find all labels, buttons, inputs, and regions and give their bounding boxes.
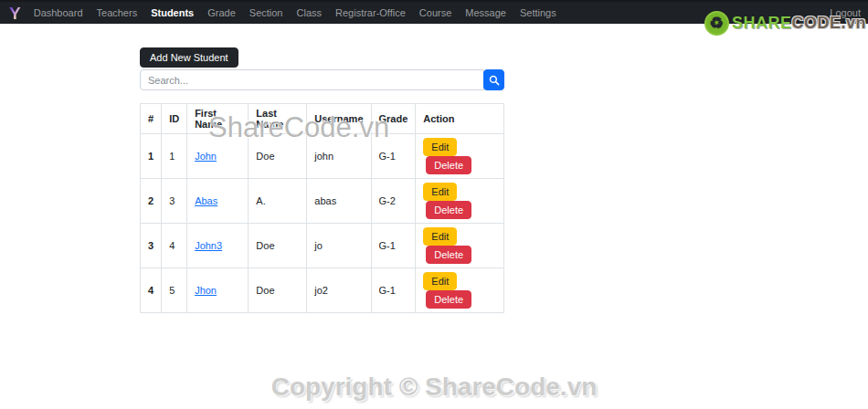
header-last-name: Last Name xyxy=(249,104,307,134)
page: Y Dashboard Teachers Students Grade Sect… xyxy=(0,0,868,409)
add-new-student-button[interactable]: Add New Student xyxy=(140,47,238,68)
edit-button[interactable]: Edit xyxy=(423,183,457,201)
header-grade: Grade xyxy=(371,104,416,134)
edit-button[interactable]: Edit xyxy=(423,138,457,156)
search-button[interactable] xyxy=(483,69,504,90)
student-grade: G-1 xyxy=(371,134,416,179)
nav-item-settings[interactable]: Settings xyxy=(520,7,556,18)
table-row: 4 5 Jhon Doe jo2 G-1 Edit Delete xyxy=(141,268,504,313)
students-table: # ID First Name Last Name Username Grade… xyxy=(140,103,504,313)
nav-item-course[interactable]: Course xyxy=(419,7,451,18)
search-bar xyxy=(140,69,504,90)
delete-button[interactable]: Delete xyxy=(426,201,471,219)
student-last-name: Doe xyxy=(249,268,307,313)
header-first-name: First Name xyxy=(187,104,249,134)
delete-button[interactable]: Delete xyxy=(426,290,471,309)
edit-button[interactable]: Edit xyxy=(423,227,457,246)
student-first-name-link[interactable]: Jhon xyxy=(195,285,217,296)
main-content: Add New Student # ID First Name La xyxy=(0,24,868,409)
student-last-name: Doe xyxy=(249,134,307,179)
nav-menu: Dashboard Teachers Students Grade Sectio… xyxy=(34,7,556,18)
edit-button[interactable]: Edit xyxy=(423,272,457,290)
student-first-name-link[interactable]: Abas xyxy=(195,195,217,206)
nav-item-students[interactable]: Students xyxy=(151,7,194,18)
student-grade: G-1 xyxy=(371,224,416,268)
header-username: Username xyxy=(307,104,371,134)
table-row: 3 4 John3 Doe jo G-1 Edit Delete xyxy=(141,224,504,268)
table-row: 2 3 Abas A. abas G-2 Edit Delete xyxy=(141,179,504,224)
header-num: # xyxy=(141,104,162,134)
student-grade: G-1 xyxy=(371,268,416,313)
top-navbar: Y Dashboard Teachers Students Grade Sect… xyxy=(0,0,868,24)
student-first-name-link[interactable]: John xyxy=(195,151,217,162)
nav-item-registrar-office[interactable]: Registrar-Office xyxy=(335,7,406,18)
nav-item-dashboard[interactable]: Dashboard xyxy=(34,7,83,18)
student-first-name-link[interactable]: John3 xyxy=(195,240,222,251)
nav-item-teachers[interactable]: Teachers xyxy=(97,7,138,18)
row-number: 3 xyxy=(141,224,162,268)
row-number: 1 xyxy=(141,134,162,179)
table-row: 1 1 John Doe john G-1 Edit Delete xyxy=(141,134,504,179)
nav-item-class[interactable]: Class xyxy=(297,7,323,18)
student-last-name: A. xyxy=(249,179,307,224)
student-username: abas xyxy=(307,179,371,224)
student-username: jo2 xyxy=(307,268,371,313)
student-username: john xyxy=(307,134,371,179)
search-icon xyxy=(489,75,500,86)
student-id: 5 xyxy=(162,268,187,313)
nav-item-message[interactable]: Message xyxy=(465,7,506,18)
student-username: jo xyxy=(307,224,371,268)
nav-item-section[interactable]: Section xyxy=(249,7,283,18)
table-header-row: # ID First Name Last Name Username Grade… xyxy=(141,104,504,134)
header-id: ID xyxy=(162,104,187,134)
app-logo-icon[interactable]: Y xyxy=(9,5,21,22)
student-id: 3 xyxy=(162,179,187,224)
delete-button[interactable]: Delete xyxy=(426,156,471,174)
student-last-name: Doe xyxy=(249,224,307,268)
header-action: Action xyxy=(416,104,504,134)
row-number: 4 xyxy=(141,268,162,313)
student-id: 1 xyxy=(162,134,187,179)
row-number: 2 xyxy=(141,179,162,224)
student-id: 4 xyxy=(162,224,187,268)
student-grade: G-2 xyxy=(371,179,416,224)
search-input[interactable] xyxy=(140,69,484,90)
logout-link[interactable]: Logout xyxy=(830,7,861,18)
nav-item-grade[interactable]: Grade xyxy=(207,7,236,18)
delete-button[interactable]: Delete xyxy=(426,246,471,264)
